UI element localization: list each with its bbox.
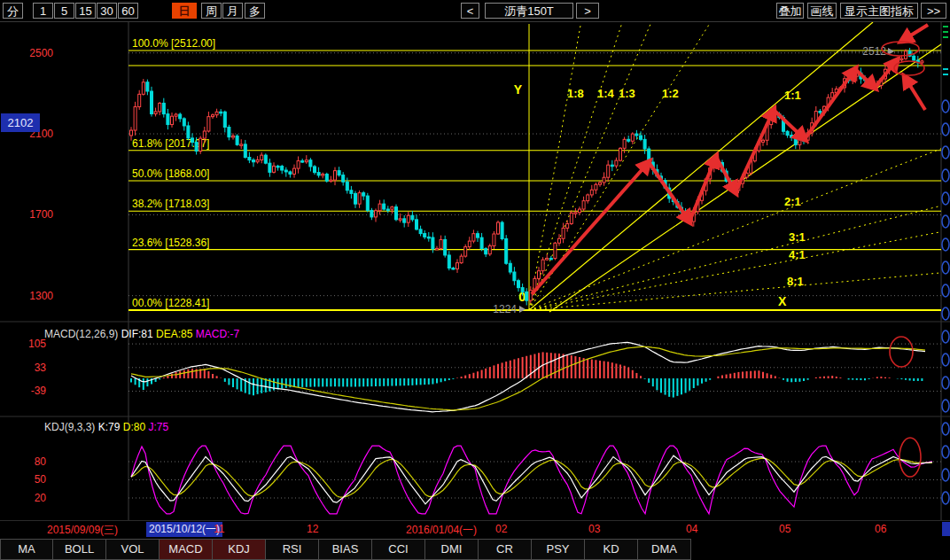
indicator-button-KDJ[interactable]: KDJ [213, 539, 266, 560]
macd-panel-title: MACD(12,26,9) DIF:81 DEA:85 MACD:-7 [44, 328, 239, 340]
date-label: 11 [214, 523, 224, 535]
fib-label: 00.0% [1228.41] [132, 297, 209, 309]
gann-y-label: Y [514, 82, 523, 97]
trading-terminal: { "toolbar_top": { "periods": ["分","1","… [0, 0, 950, 560]
fib-label: 50.0% [1868.00] [132, 167, 209, 180]
gann-ray-label: 1:2 [662, 87, 679, 100]
price-tick-label: 1300 [29, 290, 53, 302]
gann-ray-label: 1:8 [567, 87, 584, 100]
period-button-多[interactable]: 多 [245, 3, 265, 19]
next-symbol-button[interactable]: > [576, 3, 599, 19]
indicator-button-CR[interactable]: CR [479, 539, 532, 560]
period-button-周[interactable]: 周 [201, 3, 222, 19]
macd-tick-label: 33 [35, 362, 47, 374]
price-tick-label: 1700 [29, 208, 53, 221]
indicator-button-BIAS[interactable]: BIAS [319, 539, 372, 560]
gann-ray-label: 8:1 [787, 275, 804, 288]
gann-ray-label: 3:1 [789, 230, 806, 244]
indicator-toolbar: MABOLLVOLMACDKDJRSIBIASCCIDMICRPSYKDDMA [0, 539, 950, 560]
period-button-分[interactable]: 分 [3, 3, 23, 19]
fib-label: 38.2% [1718.03] [132, 198, 209, 210]
indicator-button-CCI[interactable]: CCI [372, 539, 425, 560]
prev-symbol-button[interactable]: < [461, 3, 479, 19]
date-axis-edge-marker [942, 522, 950, 536]
chart-area[interactable]: 2500210017001300100.0% [2512.00]61.8% [2… [0, 22, 950, 520]
indicator-button-PSY[interactable]: PSY [532, 539, 585, 560]
tool-button-3[interactable]: >> [921, 3, 946, 19]
tool-button-0[interactable]: 叠加 [776, 3, 804, 19]
indicator-button-MA[interactable]: MA [0, 539, 53, 560]
period-button-15[interactable]: 15 [75, 3, 96, 19]
current-price-value: 2102 [8, 116, 34, 129]
kdj-panel-title: KDJ(9,3,3) K:79 D:80 J:75 [44, 421, 168, 433]
fib-label: 23.6% [1528.36] [132, 237, 209, 249]
period-button-日[interactable]: 日 [172, 3, 197, 19]
date-label: 03 [588, 523, 600, 535]
date-label: 2015/10/12(一) [146, 522, 222, 537]
indicator-button-VOL[interactable]: VOL [106, 539, 160, 560]
tool-button-1[interactable]: 画线 [807, 3, 837, 19]
period-button-月[interactable]: 月 [222, 3, 243, 19]
top-toolbar: 分15153060日周月多 < 沥青150T > 叠加画线显示主图指标>> [0, 0, 950, 22]
gann-ray-label: 4:1 [789, 248, 806, 261]
gann-one-one-label: 1:1 [784, 89, 801, 102]
date-axis: 2015/09/09(三)2015/10/12(一)11122016/01/04… [0, 520, 950, 538]
kdj-tick-label: 80 [35, 455, 47, 468]
date-label: 12 [307, 523, 318, 535]
indicator-button-RSI[interactable]: RSI [266, 539, 319, 560]
gann-ray-label: 1:3 [619, 87, 635, 100]
period-button-30[interactable]: 30 [97, 3, 117, 19]
period-button-1[interactable]: 1 [33, 3, 53, 19]
macd-tick-label: -39 [31, 385, 47, 397]
kdj-tick-label: 20 [35, 492, 47, 504]
kdj-tick-label: 50 [35, 473, 47, 486]
date-label: 2015/09/09(三) [47, 523, 118, 538]
fib-label: 100.0% [2512.00] [132, 37, 215, 50]
low-price-marker: 1224 [493, 303, 517, 315]
gann-ray-label: 1:4 [597, 87, 615, 100]
indicator-button-MACD[interactable]: MACD [160, 539, 213, 560]
main-chart-svg[interactable]: 2500210017001300100.0% [2512.00]61.8% [2… [0, 22, 950, 520]
indicator-button-BOLL[interactable]: BOLL [53, 539, 106, 560]
period-button-60[interactable]: 60 [118, 3, 138, 19]
date-label: 05 [779, 523, 790, 535]
indicator-button-KD[interactable]: KD [585, 539, 638, 560]
period-button-5[interactable]: 5 [54, 3, 74, 19]
gann-ray-label: 2:1 [784, 195, 801, 208]
symbol-button[interactable]: 沥青150T [485, 3, 573, 19]
price-tick-label: 2500 [29, 47, 53, 59]
indicator-button-DMA[interactable]: DMA [638, 539, 691, 560]
date-label: 02 [495, 523, 507, 535]
gann-x-label: X [778, 294, 787, 308]
tool-button-2[interactable]: 显示主图指标 [840, 3, 918, 19]
date-label: 2016/01/04(一) [406, 523, 477, 538]
date-label: 04 [686, 523, 697, 535]
indicator-button-DMI[interactable]: DMI [425, 539, 479, 560]
date-label: 06 [875, 523, 886, 535]
